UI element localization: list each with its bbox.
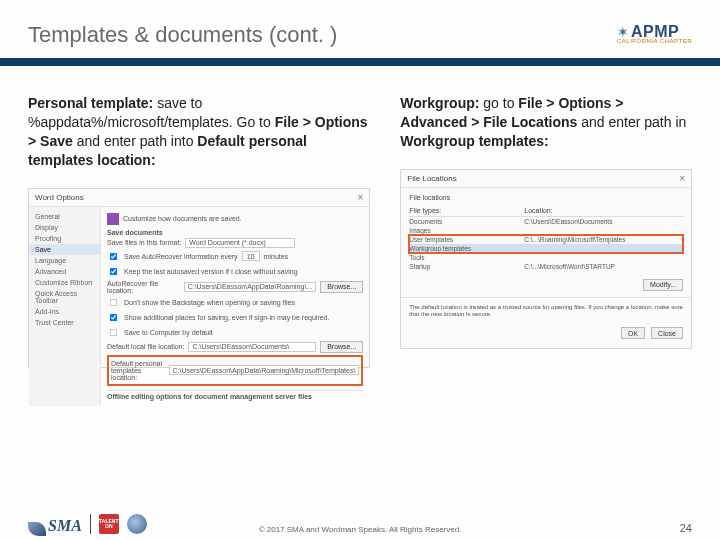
- default-personal-templates-highlight: Default personal templates location: C:\…: [107, 355, 363, 386]
- nav-trust[interactable]: Trust Center: [29, 317, 100, 328]
- nav-advanced[interactable]: Advanced: [29, 266, 100, 277]
- dialog-title: Word Options: [35, 193, 84, 202]
- close-button[interactable]: Close: [651, 327, 683, 339]
- row-startup[interactable]: StartupC:\...\Microsoft\Word\STARTUP: [409, 262, 683, 271]
- nav-save[interactable]: Save: [29, 244, 100, 255]
- noshow-label: Don't show the Backstage when opening or…: [124, 299, 295, 306]
- nav-ribbon[interactable]: Customize Ribbon: [29, 277, 100, 288]
- close-icon[interactable]: ×: [679, 173, 685, 184]
- browse-button-1[interactable]: Browse...: [320, 281, 363, 293]
- options-nav: General Display Proofing Save Language A…: [29, 207, 101, 406]
- arloc-label: AutoRecover file location:: [107, 280, 180, 294]
- modify-button[interactable]: Modify...: [643, 279, 683, 291]
- file-locations-dialog: File Locations × File locations File typ…: [400, 169, 692, 349]
- nav-proofing[interactable]: Proofing: [29, 233, 100, 244]
- nav-language[interactable]: Language: [29, 255, 100, 266]
- noshow-checkbox[interactable]: [110, 298, 117, 305]
- col-location: Location:: [524, 207, 683, 214]
- autorecover-label: Save AutoRecover information every: [124, 253, 238, 260]
- row-workgroup[interactable]: Workgroup templates: [409, 244, 683, 253]
- fl-section: File locations: [409, 194, 683, 201]
- savecomp-label: Save to Computer by default: [124, 329, 213, 336]
- row-documents[interactable]: DocumentsC:\Users\DEasson\Documents: [409, 217, 683, 226]
- copyright: © 2017 SMA and Wordman Speaks. All Right…: [0, 525, 720, 534]
- autorecover-unit: minutes: [264, 253, 289, 260]
- col-filetypes: File types:: [409, 207, 524, 214]
- browse-button-2[interactable]: Browse...: [320, 341, 363, 353]
- ok-button[interactable]: OK: [621, 327, 645, 339]
- defloc-label: Default local file location:: [107, 343, 184, 350]
- apmp-subtitle: CALIFORNIA CHAPTER: [617, 38, 692, 44]
- format-select[interactable]: Word Document (*.docx): [185, 238, 295, 248]
- personal-template-desc: Personal template: save to %appdata%/mic…: [28, 94, 370, 170]
- row-usertemplates[interactable]: User templatesC:\...\Roaming\Microsoft\T…: [409, 235, 683, 244]
- header-rule: [0, 58, 720, 66]
- dialog-title: File Locations: [407, 174, 456, 183]
- close-icon[interactable]: ×: [358, 192, 364, 203]
- save-section-caption: Customize how documents are saved.: [123, 215, 242, 222]
- defloc-input[interactable]: C:\Users\DEasson\Documents\: [188, 342, 316, 352]
- workgroup-highlight: User templatesC:\...\Roaming\Microsoft\T…: [409, 235, 683, 253]
- apmp-logo: ✶ APMP CALIFORNIA CHAPTER: [617, 24, 692, 46]
- row-tools[interactable]: Tools: [409, 253, 683, 262]
- nav-qat[interactable]: Quick Access Toolbar: [29, 288, 100, 306]
- fl-note: The default location is treated as a tru…: [409, 304, 683, 320]
- addplaces-label: Show additional places for saving, even …: [124, 314, 329, 321]
- workgroup-desc: Workgroup: go to File > Options > Advanc…: [400, 94, 692, 151]
- autorecover-minutes[interactable]: 10: [242, 251, 260, 261]
- arloc-input[interactable]: C:\Users\DEasson\AppData\Roaming\...: [184, 282, 317, 292]
- savecomp-checkbox[interactable]: [110, 328, 117, 335]
- autorecover-checkbox[interactable]: [110, 252, 117, 259]
- addplaces-checkbox[interactable]: [110, 313, 117, 320]
- nav-display[interactable]: Display: [29, 222, 100, 233]
- row-images[interactable]: Images: [409, 226, 683, 235]
- keep-last-label: Keep the last autosaved version if I clo…: [124, 268, 298, 275]
- format-label: Save files in this format:: [107, 239, 181, 246]
- page-title: Templates & documents (cont. ): [28, 22, 337, 48]
- save-icon: [107, 213, 119, 225]
- offline-heading: Offline editing options for document man…: [107, 393, 312, 400]
- defpers-label: Default personal templates location:: [111, 360, 165, 381]
- save-documents-heading: Save documents: [107, 229, 163, 236]
- defpers-input[interactable]: C:\Users\DEasson\AppData\Roaming\Microso…: [169, 365, 360, 375]
- nav-addins[interactable]: Add-Ins: [29, 306, 100, 317]
- nav-general[interactable]: General: [29, 211, 100, 222]
- keep-last-checkbox[interactable]: [110, 267, 117, 274]
- word-options-dialog: Word Options × General Display Proofing …: [28, 188, 370, 368]
